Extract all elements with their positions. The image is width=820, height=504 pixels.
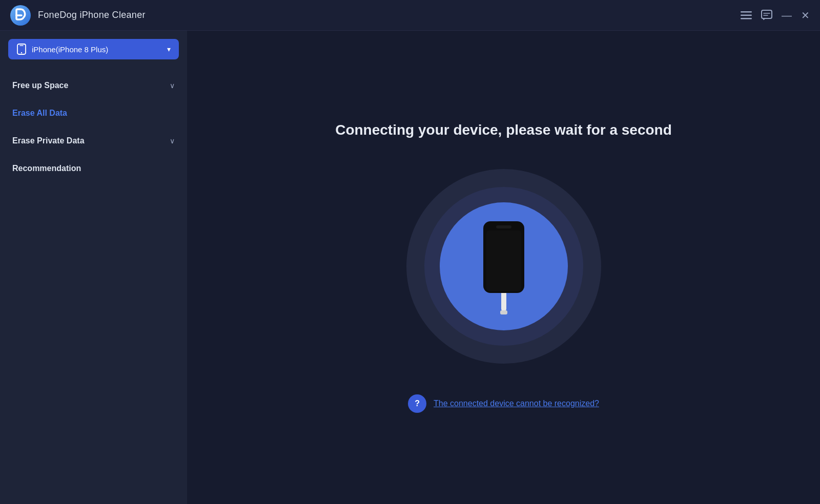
svg-point-9 (21, 52, 22, 53)
sidebar-item-free-up-space[interactable]: Free up Space ∨ (0, 72, 187, 99)
device-selector[interactable]: iPhone(iPhone 8 Plus) ▾ (8, 39, 179, 59)
titlebar: FoneDog iPhone Cleaner — ✕ (0, 0, 820, 31)
main-layout: iPhone(iPhone 8 Plus) ▾ Free up Space ∨ … (0, 31, 820, 504)
phone-illustration (483, 221, 524, 311)
sidebar-chevron-erase-private-icon: ∨ (170, 137, 175, 145)
sidebar-item-label-erase-all-data: Erase All Data (12, 109, 67, 118)
device-chevron-icon: ▾ (167, 45, 171, 53)
svg-rect-1 (741, 11, 752, 13)
circle-inner (440, 202, 568, 330)
phone-screen (486, 230, 521, 291)
sidebar-item-label-recommendation: Recommendation (12, 164, 81, 173)
cable-tip (500, 310, 507, 314)
titlebar-left: FoneDog iPhone Cleaner (10, 5, 146, 26)
device-name: iPhone(iPhone 8 Plus) (32, 45, 108, 54)
app-logo-icon (10, 5, 31, 26)
help-link[interactable]: The connected device cannot be recognize… (434, 399, 599, 408)
phone-body (483, 221, 524, 293)
svg-rect-4 (762, 10, 772, 18)
sidebar: iPhone(iPhone 8 Plus) ▾ Free up Space ∨ … (0, 31, 187, 504)
minimize-button[interactable]: — (782, 10, 792, 20)
sidebar-item-label-erase-private-data: Erase Private Data (12, 136, 85, 145)
cable (501, 293, 506, 311)
help-row: ? The connected device cannot be recogni… (408, 394, 599, 413)
phone-icon (16, 44, 27, 54)
device-selector-left: iPhone(iPhone 8 Plus) (16, 44, 108, 54)
app-title: FoneDog iPhone Cleaner (38, 10, 146, 20)
titlebar-controls: — ✕ (741, 10, 810, 21)
sidebar-item-erase-all-data[interactable]: Erase All Data (0, 99, 187, 127)
main-content: Connecting your device, please wait for … (187, 31, 820, 504)
close-button[interactable]: ✕ (801, 10, 810, 20)
connecting-title: Connecting your device, please wait for … (335, 122, 672, 138)
sidebar-chevron-free-up-space-icon: ∨ (170, 81, 175, 90)
svg-rect-3 (741, 18, 752, 19)
sidebar-item-recommendation[interactable]: Recommendation (0, 155, 187, 182)
svg-rect-2 (741, 14, 752, 16)
chat-button[interactable] (761, 10, 772, 21)
connecting-animation (406, 169, 601, 364)
help-question-icon: ? (408, 394, 426, 413)
phone-notch (496, 225, 511, 228)
sidebar-item-erase-private-data[interactable]: Erase Private Data ∨ (0, 127, 187, 155)
menu-button[interactable] (741, 11, 752, 19)
sidebar-item-label-free-up-space: Free up Space (12, 81, 68, 90)
